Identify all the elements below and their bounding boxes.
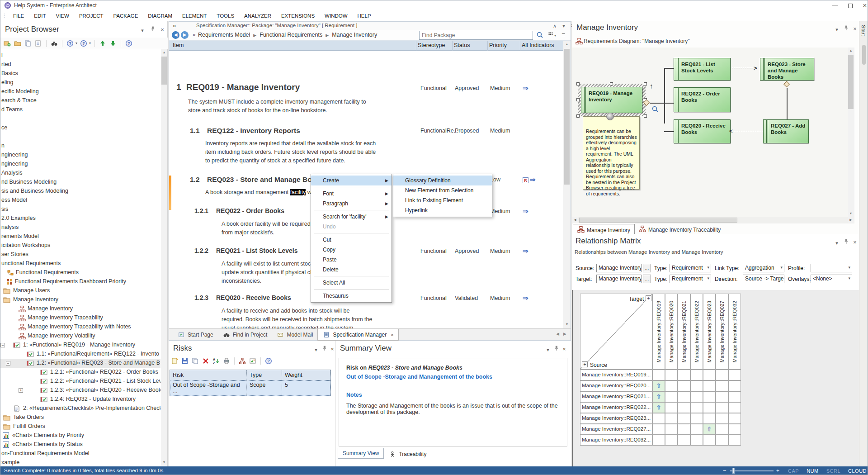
expand-icon[interactable]: + (19, 388, 23, 393)
matrix-cell[interactable] (665, 435, 678, 446)
context-menu-copy[interactable]: Copy (311, 245, 392, 255)
menu-file[interactable]: FILE (8, 10, 29, 21)
selection-handle[interactable] (610, 82, 613, 86)
target-input[interactable]: Manage Inventory (596, 275, 642, 283)
menu-tools[interactable]: TOOLS (212, 10, 239, 21)
risks-column-type[interactable]: Type (247, 370, 282, 380)
diagram-hscrollbar[interactable]: ◀ ▶ (572, 217, 854, 223)
context-menu-search-for-facility-[interactable]: Search for 'facility'▶ (311, 212, 392, 222)
matrix-cell[interactable] (665, 413, 678, 424)
tree-item[interactable]: «Chart» Elements by Priority (0, 431, 160, 440)
status-toggle-cap[interactable]: CAP (788, 468, 799, 474)
submenu-hyperlink[interactable]: Hyperlink (393, 205, 492, 215)
matrix-cell[interactable] (690, 424, 703, 435)
matrix-column-header[interactable]: Manage Inventory::REQ032 (728, 294, 741, 370)
scroll-down-icon[interactable]: ▼ (848, 210, 854, 217)
matrix-cell[interactable] (728, 413, 741, 424)
search-icon[interactable] (536, 31, 543, 40)
requirement-element-req019[interactable]: REQ019 - ManageInventory (581, 87, 642, 113)
new-item-icon[interactable] (170, 357, 179, 365)
submenu-link-to-existing-element[interactable]: Link to Existing Element (393, 195, 492, 205)
requirement-element-req023[interactable]: REQ023 - Storeand Manage Books (760, 58, 814, 81)
tree-item[interactable]: ngineering (0, 160, 160, 169)
selection-handle[interactable] (576, 98, 580, 101)
print-icon[interactable] (222, 357, 231, 365)
selection-handle[interactable] (644, 114, 647, 118)
matrix-cell[interactable] (690, 380, 703, 391)
breadcrumb-item[interactable]: Functional Requirements (259, 32, 322, 38)
tree-item[interactable]: d Teams (0, 105, 160, 114)
matrix-cell[interactable] (690, 413, 703, 424)
target-browse-button[interactable]: ... (643, 275, 651, 283)
source-input[interactable]: Manage Inventory (596, 264, 642, 272)
grid-view-icon[interactable] (548, 32, 553, 38)
tree-item[interactable]: xample (0, 458, 160, 466)
matrix-cell[interactable] (665, 380, 678, 391)
diagram-canvas[interactable]: REQ021 - ListStock LevelsREQ023 - Storea… (572, 48, 848, 217)
scroll-up-icon[interactable]: ▲ (848, 48, 854, 54)
source-type-select[interactable]: Requirement (670, 264, 711, 272)
tab-model-mail[interactable]: Model Mail (272, 329, 317, 341)
open-folder-icon[interactable] (14, 39, 22, 48)
pin-icon[interactable] (842, 238, 849, 246)
tree-item[interactable]: Manage Inventory Traceability with Notes (0, 323, 160, 332)
column-header-priority[interactable]: Priority (489, 42, 507, 48)
context-menu-create[interactable]: Create▶ (311, 176, 392, 185)
matrix-cell[interactable] (678, 424, 690, 435)
tree-item[interactable]: 1.2.1: «Functional» REQ022 - Order Books (0, 368, 160, 377)
tree-item[interactable]: icitation Workshops (0, 241, 160, 250)
pin-icon[interactable] (149, 26, 156, 33)
risks-column-risk[interactable]: Risk (170, 370, 247, 380)
help-icon[interactable]: ? (66, 39, 74, 48)
scroll-left-icon[interactable]: ◀ (572, 217, 578, 223)
link-type-select[interactable]: Aggregation (743, 264, 784, 272)
scrollbar-thumb[interactable] (564, 49, 570, 185)
matrix-column-header[interactable]: Manage Inventory::REQ021 (678, 294, 690, 370)
column-header-status[interactable]: Status (454, 42, 470, 48)
zoom-in-icon[interactable]: + (776, 468, 779, 474)
menu-extensions[interactable]: EXTENSIONS (276, 10, 320, 21)
image-icon[interactable] (249, 357, 257, 365)
matrix-cell[interactable] (678, 435, 690, 446)
tree-item[interactable]: Functional Requirements Dashboard Priori… (0, 277, 160, 286)
tree-item[interactable]: 1.1: «FunctionalRequirement» REQ122 - In… (0, 350, 160, 359)
search-binoculars-icon[interactable] (50, 39, 58, 48)
collapse-icon[interactable]: − (6, 361, 10, 366)
breadcrumb-item[interactable]: Manage Inventory (332, 32, 377, 38)
tab-start-page[interactable]: Start Page (173, 329, 218, 341)
matrix-cell[interactable]: ⇧ (652, 380, 665, 391)
menu-diagram[interactable]: DIAGRAM (143, 10, 177, 21)
tree-item[interactable]: l (0, 51, 160, 60)
matrix-cell[interactable] (690, 435, 703, 446)
menu-edit[interactable]: EDIT (29, 10, 51, 21)
menu-help[interactable]: HELP (353, 10, 376, 21)
tree-item[interactable]: Manage Inventory Traceability (0, 314, 160, 323)
matrix-cell[interactable]: ⇧ (703, 424, 716, 435)
sort-az-icon[interactable]: AZ (212, 357, 220, 365)
find-package-input[interactable] (419, 31, 533, 40)
requirement-element-req020[interactable]: REQ020 - ReceiveBooks (674, 119, 731, 143)
close-panel-icon[interactable]: × (851, 25, 859, 33)
matrix-cell[interactable] (716, 391, 728, 402)
requirement-title[interactable]: REQ021 - List Stock Levels (216, 247, 298, 254)
windowshade-icon[interactable]: ∧ (551, 22, 558, 29)
hamburger-icon[interactable]: ≡ (561, 31, 565, 38)
zoom-slider-thumb[interactable] (732, 468, 735, 474)
context-menu-undo[interactable]: Undo (311, 222, 392, 232)
matrix-cell[interactable] (678, 413, 690, 424)
tree-item[interactable]: earch & Trace (0, 96, 160, 105)
copy-stack-icon[interactable] (24, 39, 32, 48)
matrix-cell[interactable] (652, 370, 665, 380)
context-menu-select-all[interactable]: Select All (311, 278, 392, 288)
tree-item[interactable]: ecific Modeling (0, 87, 160, 96)
menu-element[interactable]: ELEMENT (177, 10, 212, 21)
close-panel-icon[interactable]: × (329, 346, 336, 353)
tree-item[interactable]: Take Orders (0, 413, 160, 422)
matrix-cell[interactable] (728, 380, 741, 391)
matrix-cell[interactable] (665, 370, 678, 380)
menu-view[interactable]: VIEW (51, 10, 74, 21)
matrix-column-header[interactable]: Manage Inventory::REQ019 (652, 294, 665, 370)
expand-target-icon[interactable]: + (646, 295, 651, 301)
tree-item[interactable]: unctional Requirements (0, 259, 160, 268)
summary-risk-link[interactable]: Out of Scope -Storage and Manangement of… (346, 374, 560, 380)
